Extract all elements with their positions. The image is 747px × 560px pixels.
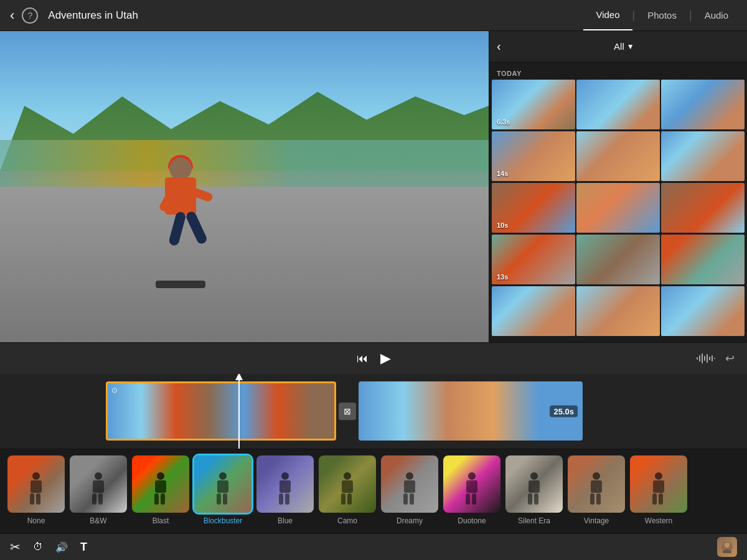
filter-item-blockbuster[interactable]: Blockbuster (192, 455, 254, 534)
back-button[interactable]: ‹ (10, 7, 14, 24)
video-duration-3: 10s (497, 222, 508, 229)
skip-back-button[interactable]: ⏮ (357, 352, 368, 365)
filter-item-silentera[interactable]: Silent Era (503, 455, 565, 534)
media-tabs: Video | Photos | Audio (583, 0, 747, 30)
filter-skater-blockbuster (210, 472, 235, 506)
section-today-label: TODAY (492, 67, 745, 80)
video-thumb-1b[interactable] (576, 80, 660, 129)
filter-thumb-blue (256, 455, 314, 513)
video-duration-2: 14s (497, 170, 508, 177)
library-back-button[interactable]: ‹ (497, 39, 501, 54)
video-row-5[interactable] (492, 286, 745, 336)
scissors-button[interactable]: ✂ (10, 539, 21, 554)
tab-photos[interactable]: Photos (635, 0, 689, 30)
playhead (238, 374, 240, 449)
waveform-button[interactable] (697, 352, 715, 365)
filter-item-vintage[interactable]: Vintage (565, 455, 627, 534)
skater-leg-left (168, 210, 187, 246)
video-thumb-2b[interactable] (576, 131, 660, 181)
svg-rect-1 (699, 355, 700, 362)
filter-item-none[interactable]: None (5, 455, 67, 534)
timeline-track[interactable]: ⊙ ⊠ 25.0s (0, 374, 747, 449)
filter-item-bw[interactable]: B&W (67, 455, 129, 534)
filter-skater-duotone (459, 472, 484, 506)
avatar-button[interactable] (717, 537, 737, 557)
upper-section: ‹ All ▼ TODAY 6.3s 14s (0, 31, 747, 342)
svg-rect-6 (712, 355, 713, 362)
svg-rect-0 (697, 357, 698, 360)
filter-skater-blast (148, 472, 173, 506)
video-duration-1: 6.3s (497, 118, 510, 126)
avatar-icon (721, 541, 733, 553)
transition-button[interactable]: ⊠ (339, 403, 356, 420)
filter-thumb-camo (319, 455, 376, 513)
undo-button[interactable]: ↩ (725, 352, 735, 365)
video-thumb-4c[interactable] (661, 235, 745, 284)
skater-board (156, 281, 205, 288)
video-thumb-5b[interactable] (576, 286, 660, 336)
timeline-clips: ⊙ ⊠ 25.0s (106, 381, 741, 441)
library-filter[interactable]: All ▼ (614, 41, 634, 52)
video-thumb-4b[interactable] (576, 235, 660, 284)
audio-button[interactable]: 🔊 (55, 541, 68, 553)
filter-item-dreamy[interactable]: Dreamy (378, 455, 441, 534)
text-button[interactable]: T (80, 541, 87, 554)
tab-audio[interactable]: Audio (692, 0, 741, 30)
video-thumb-5a[interactable] (492, 286, 575, 336)
filter-skater-blue (273, 472, 298, 506)
skater-figure (88, 118, 273, 320)
project-title: Adventures in Utah (48, 9, 138, 22)
filter-thumb-western (630, 455, 687, 513)
filter-item-camo[interactable]: Camo (316, 455, 378, 534)
video-row-1[interactable]: 6.3s (492, 80, 745, 129)
video-thumb-2c[interactable] (661, 131, 745, 181)
play-button[interactable]: ▶ (380, 350, 391, 366)
clip-main[interactable]: ⊙ (106, 381, 336, 441)
video-row-4[interactable]: 13s (492, 235, 745, 284)
timeline-area: ⏮ ▶ ↩ (0, 342, 747, 449)
preview-image (0, 31, 489, 342)
video-thumb-1c[interactable] (661, 80, 745, 129)
video-thumb-3c[interactable] (661, 183, 745, 233)
library-filter-arrow: ▼ (627, 42, 634, 51)
filter-item-blast[interactable]: Blast (129, 455, 192, 534)
svg-rect-4 (707, 354, 708, 363)
video-thumb-5c[interactable] (661, 286, 745, 336)
tab-video[interactable]: Video (583, 0, 632, 30)
clip-duration-2: 25.0s (550, 405, 578, 417)
video-duration-4: 13s (497, 273, 508, 281)
filter-thumb-blast (132, 455, 189, 513)
filter-label-dreamy: Dreamy (397, 516, 423, 525)
filter-strip: None B&W B (0, 449, 747, 534)
filter-row: None B&W B (0, 449, 747, 534)
filter-skater-bw (86, 472, 111, 506)
svg-rect-5 (709, 357, 710, 360)
filter-thumb-dreamy (381, 455, 438, 513)
filter-item-duotone[interactable]: Duotone (441, 455, 503, 534)
filter-label-blue: Blue (278, 516, 293, 525)
svg-rect-3 (704, 356, 705, 361)
filter-label-blast: Blast (153, 516, 169, 525)
media-library: ‹ All ▼ TODAY 6.3s 14s (489, 31, 747, 342)
filter-skater-silentera (522, 472, 547, 506)
filter-label-duotone: Duotone (458, 516, 486, 525)
video-preview (0, 31, 489, 342)
filter-label-vintage: Vintage (584, 516, 609, 525)
filter-thumb-silentera (505, 455, 563, 513)
filter-item-western[interactable]: Western (627, 455, 690, 534)
video-thumb-3b[interactable] (576, 183, 660, 233)
speed-button[interactable]: ⏱ (33, 541, 43, 553)
filter-label-western: Western (645, 516, 672, 525)
filter-item-blue[interactable]: Blue (254, 455, 316, 534)
bottom-bar: ✂ ⏱ 🔊 T (0, 533, 747, 560)
video-row-2[interactable]: 14s (492, 131, 745, 181)
help-button[interactable]: ? (22, 7, 38, 24)
clip-second[interactable]: 25.0s (359, 381, 583, 441)
svg-point-9 (725, 543, 730, 548)
video-row-3[interactable]: 10s (492, 183, 745, 233)
media-library-content[interactable]: TODAY 6.3s 14s 10s (489, 62, 747, 342)
filter-thumb-blockbuster (194, 455, 251, 513)
filter-skater-dreamy (397, 472, 422, 506)
filter-skater-western (646, 472, 671, 506)
skater-body (143, 157, 218, 282)
